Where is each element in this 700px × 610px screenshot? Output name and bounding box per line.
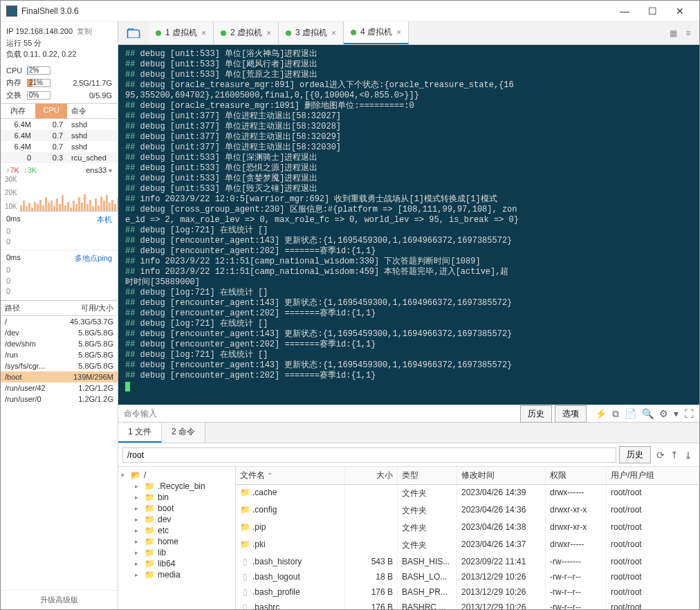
tree-item[interactable]: ▸📁.Recycle_bin [118, 481, 235, 492]
files-tab[interactable]: 1 文件 [118, 423, 162, 443]
mem-bar: 21% [27, 79, 50, 87]
file-row[interactable]: ▯.bash_profile 176 B BASH_PR... 2013/12/… [236, 584, 699, 600]
folder-icon: 📁 [145, 537, 155, 546]
process-row[interactable]: 6.4M0.7sshd [1, 130, 118, 141]
home-tab-icon[interactable] [118, 21, 149, 44]
tree-item[interactable]: ▸📁dev [118, 514, 235, 525]
status-dot-icon [156, 30, 161, 36]
ping-local-label: 0ms [6, 214, 21, 225]
col-mtime[interactable]: 修改时间 [457, 467, 546, 484]
minimize-button[interactable]: — [611, 1, 638, 21]
session-tab[interactable]: 2 虚拟机× [214, 21, 279, 44]
path-input[interactable] [122, 447, 616, 463]
tab-close-icon[interactable]: × [266, 28, 271, 38]
tab-label: 3 虚拟机 [295, 27, 327, 39]
folder-tree[interactable]: ▾📂/▸📁.Recycle_bin▸📁bin▸📁boot▸📁dev▸📁etc▸📁… [118, 467, 236, 609]
bolt-icon[interactable]: ⚡ [595, 408, 607, 420]
process-row[interactable]: 6.4M0.7sshd [1, 119, 118, 130]
col-perm[interactable]: 权限 [546, 467, 607, 484]
folder-icon: 📁 [145, 515, 155, 524]
disk-table-header: 路径 可用/大小 [1, 300, 118, 316]
tree-item[interactable]: ▸📁etc [118, 525, 235, 536]
tab-label: 4 虚拟机 [360, 26, 392, 38]
fullscreen-icon[interactable]: ⛶ [684, 408, 694, 420]
cpu-label: CPU [6, 66, 24, 75]
tree-item[interactable]: ▸📁home [118, 536, 235, 547]
options-button[interactable]: 选项 [555, 405, 587, 423]
disk-row[interactable]: /run/user/421.2G/1.2G [1, 382, 118, 394]
tree-root[interactable]: ▾📂/ [118, 470, 235, 481]
copy-ip-button[interactable]: 复制 [77, 26, 92, 37]
copy-icon[interactable]: ⧉ [612, 408, 619, 420]
app-icon [6, 6, 17, 17]
status-dot-icon [286, 30, 291, 36]
file-row[interactable]: ▯.bash_history 543 B BASH_HIS... 2023/09… [236, 554, 699, 569]
disk-row[interactable]: /dev/shm5.8G/5.8G [1, 338, 118, 349]
tab-close-icon[interactable]: × [396, 28, 401, 37]
close-button[interactable]: ✕ [666, 1, 694, 21]
file-row[interactable]: ▯.bashrc 176 B BASHRC ... 2013/12/29 10:… [236, 600, 699, 609]
tab-close-icon[interactable]: × [201, 28, 206, 38]
col-size[interactable]: 大小 [345, 467, 398, 484]
file-table-header: 文件名 大小 类型 修改时间 权限 用户/用户组 [236, 467, 699, 485]
tree-item[interactable]: ▸📁bin [118, 492, 235, 503]
uptime-text: 运行 55 分 [6, 37, 112, 49]
session-tab[interactable]: 4 虚拟机× [344, 21, 409, 44]
tab-close-icon[interactable]: × [331, 28, 336, 38]
disk-table: /45.3G/53.7G/dev5.8G/5.8G/dev/shm5.8G/5.… [1, 316, 118, 405]
list-view-icon[interactable]: ≡ [683, 28, 694, 39]
process-row[interactable]: 00.3rcu_sched [1, 152, 118, 163]
session-tab[interactable]: 1 虚拟机× [149, 21, 214, 44]
file-row[interactable]: 📁.pki 文件夹 2023/04/26 14:37 drwxr----- ro… [236, 537, 699, 554]
tree-item[interactable]: ▸📁lib64 [118, 558, 235, 569]
refresh-icon[interactable]: ⟳ [656, 450, 665, 461]
expand-down-icon[interactable]: ▾ [674, 408, 679, 420]
file-history-button[interactable]: 历史 [619, 446, 651, 463]
tree-item[interactable]: ▸📁lib [118, 547, 235, 558]
swap-label: 交换 [6, 90, 24, 100]
file-row[interactable]: 📁.cache 文件夹 2023/04/26 14:39 drwx------ … [236, 485, 699, 502]
grid-view-icon[interactable]: ▦ [667, 28, 679, 39]
folder-icon: 📁 [145, 503, 155, 513]
folder-icon: 📁 [145, 548, 155, 557]
disk-row[interactable]: /boot139M/296M [1, 371, 118, 382]
ip-label: IP [6, 26, 13, 37]
session-tab[interactable]: 3 虚拟机× [279, 21, 344, 44]
history-button[interactable]: 历史 [520, 405, 552, 423]
settings-icon[interactable]: ⚙ [659, 408, 668, 420]
maximize-button[interactable]: ☐ [638, 1, 666, 21]
title-bar: FinalShell 3.0.6 — ☐ ✕ [1, 1, 699, 21]
window-title: FinalShell 3.0.6 [21, 6, 611, 16]
download-icon[interactable]: ⤓ [684, 450, 692, 461]
process-row[interactable]: 6.4M0.7sshd [1, 141, 118, 152]
file-row[interactable]: ▯.bash_logout 18 B BASH_LO... 2013/12/29… [236, 569, 699, 584]
disk-row[interactable]: /sys/fs/cgr...5.8G/5.8G [1, 360, 118, 371]
net-interface-dropdown[interactable]: ens33 [37, 166, 112, 174]
status-dot-icon [351, 30, 356, 35]
folder-icon: 📁 [145, 492, 155, 502]
paste-icon[interactable]: 📄 [625, 408, 636, 420]
upload-icon[interactable]: ⤒ [670, 450, 679, 461]
tree-item[interactable]: ▸📁boot [118, 503, 235, 514]
col-type[interactable]: 类型 [398, 467, 457, 484]
command-input-row: 历史 选项 ⚡ ⧉ 📄 🔍 ⚙ ▾ ⛶ [118, 405, 699, 423]
upgrade-link[interactable]: 升级高级版 [1, 590, 118, 609]
lower-tab-bar: 1 文件 2 命令 [118, 423, 699, 443]
ping-multi-link[interactable]: 多地点ping [21, 253, 112, 264]
terminal-output[interactable]: ## debug [unit:533] 单位[浴火神鸟]进程退出## debug… [118, 45, 699, 405]
col-owner[interactable]: 用户/用户组 [607, 467, 699, 484]
command-input[interactable] [118, 409, 520, 418]
file-table-body[interactable]: 📁.cache 文件夹 2023/04/26 14:39 drwx------ … [236, 485, 699, 609]
file-row[interactable]: 📁.config 文件夹 2023/04/26 14:36 drwxr-xr-x… [236, 502, 699, 519]
file-row[interactable]: 📁.pip 文件夹 2023/04/26 14:38 drwxr-xr-x ro… [236, 519, 699, 537]
disk-row[interactable]: /run/user/01.2G/1.2G [1, 394, 118, 405]
disk-row[interactable]: /dev5.8G/5.8G [1, 327, 118, 338]
col-name[interactable]: 文件名 [236, 467, 345, 484]
disk-row[interactable]: /run5.8G/5.8G [1, 349, 118, 360]
disk-row[interactable]: /45.3G/53.7G [1, 316, 118, 327]
file-icon: ▯ [240, 602, 250, 609]
ping-local-link[interactable]: 本机 [21, 214, 112, 225]
search-icon[interactable]: 🔍 [642, 408, 654, 420]
commands-tab[interactable]: 2 命令 [162, 423, 205, 443]
tree-item[interactable]: ▸📁media [118, 569, 235, 580]
